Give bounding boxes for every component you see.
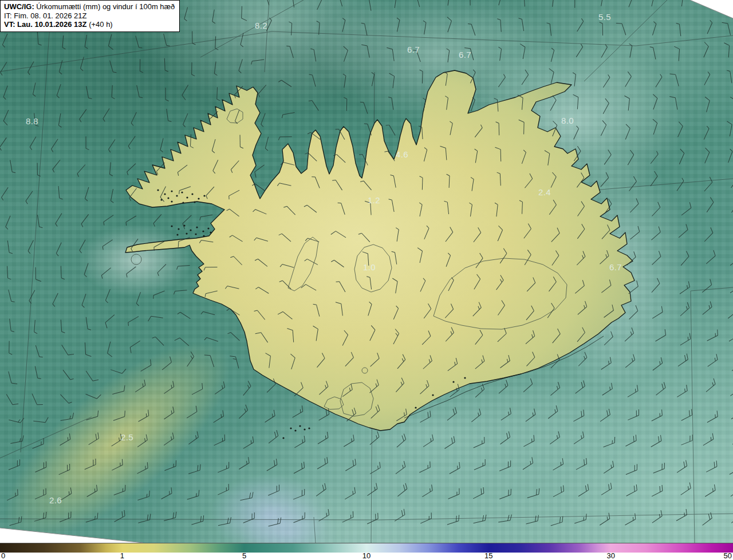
- precip-label: 1.0: [363, 262, 376, 272]
- precip-label: 8.2: [255, 21, 267, 30]
- forecast-chart: 5.58.26.76.78.88.04.62.41.21.06.72.52.6 …: [0, 0, 733, 560]
- colorbar-tick-labels: 01510153050: [0, 553, 733, 560]
- precip-label: 5.5: [598, 12, 611, 22]
- title-line-2: IT: Fim. 08. 01. 2026 21Z: [4, 11, 175, 21]
- title-line-1: UWC/IG: Úrkomumætti (mm) og vindur í 100…: [4, 2, 175, 11]
- colorbar-tick: 10: [362, 552, 371, 559]
- precip-label: 6.7: [609, 262, 622, 272]
- colorbar-tick: 50: [724, 552, 732, 559]
- title-line-3: VT: Lau. 10.01.2026 13Z (+40 h): [4, 20, 175, 29]
- colorbar-tick: 15: [484, 552, 492, 559]
- colorbar: 01510153050: [0, 543, 733, 560]
- precip-label: 4.6: [396, 149, 408, 159]
- product-code: UWC/IG:: [4, 2, 34, 11]
- precip-label: 1.2: [368, 195, 380, 205]
- colorbar-tick: 0: [1, 552, 5, 559]
- precip-label: 2.4: [538, 187, 551, 197]
- colorbar-tick: 30: [606, 552, 614, 559]
- colorbar-tick: 1: [120, 552, 124, 559]
- colorbar-tick: 5: [242, 552, 246, 559]
- weather-map: 5.58.26.76.78.88.04.62.41.21.06.72.52.6 …: [0, 0, 733, 543]
- precip-label: 8.0: [561, 116, 574, 125]
- precip-label: 6.7: [407, 45, 420, 54]
- precip-label: 8.8: [26, 116, 38, 126]
- title-box: UWC/IG: Úrkomumætti (mm) og vindur í 100…: [0, 0, 180, 32]
- precip-label: 2.6: [49, 495, 62, 505]
- precip-label: 6.7: [459, 50, 471, 60]
- precip-label: 2.5: [121, 432, 133, 442]
